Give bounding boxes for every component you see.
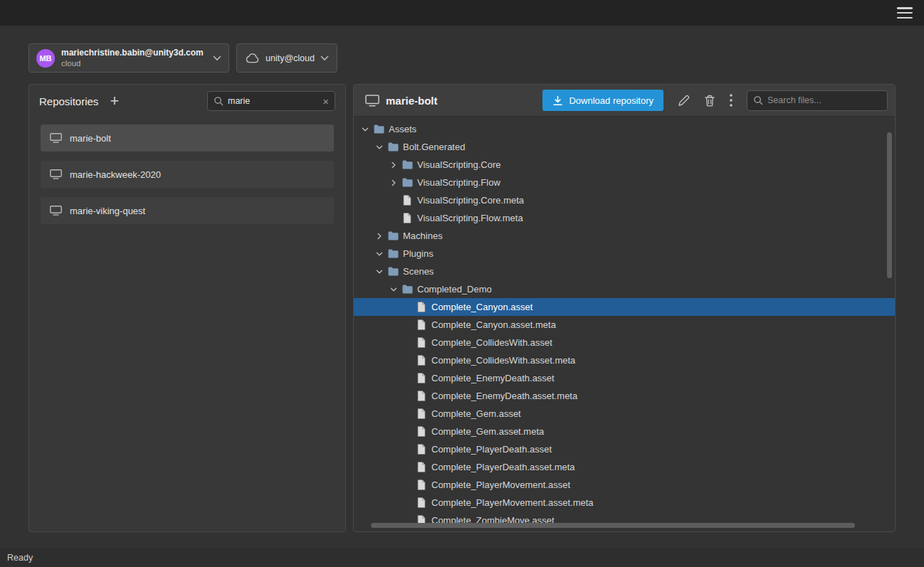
tree-folder-row[interactable]: Scenes xyxy=(354,263,895,280)
chevron-spacer xyxy=(402,408,414,420)
repo-name: marie-viking-quest xyxy=(70,206,145,216)
add-repository-button[interactable]: + xyxy=(110,93,119,109)
file-icon xyxy=(415,373,428,383)
file-icon xyxy=(415,355,428,366)
chevron-down-icon[interactable] xyxy=(359,124,371,135)
chevron-spacer xyxy=(402,444,414,455)
download-icon xyxy=(552,95,563,106)
folder-icon xyxy=(401,178,414,187)
chevron-spacer xyxy=(402,426,414,438)
hamburger-menu-icon[interactable] xyxy=(897,7,913,18)
chevron-down-icon[interactable] xyxy=(374,266,385,277)
tree-file-row[interactable]: Complete_CollidesWith.asset.meta xyxy=(354,351,895,369)
folder-icon xyxy=(401,160,414,169)
folder-icon xyxy=(387,249,399,258)
tree-folder-row[interactable]: VisualScripting.Flow xyxy=(354,174,895,191)
chevron-spacer xyxy=(402,497,414,509)
chevron-down-icon[interactable] xyxy=(388,284,399,295)
delete-icon[interactable] xyxy=(704,95,715,107)
organization-label: unity@cloud xyxy=(266,53,315,63)
tree-file-row[interactable]: VisualScripting.Flow.meta xyxy=(354,209,895,227)
folder-icon xyxy=(387,267,399,276)
tree-file-row[interactable]: Complete_Canyon.asset xyxy=(354,298,895,316)
repo-name: marie-hackweek-2020 xyxy=(70,169,161,180)
chevron-down-icon xyxy=(213,55,221,61)
tree-file-row[interactable]: Complete_EnemyDeath.asset xyxy=(354,369,895,387)
repository-detail-panel: marie-bolt Download repository AssetsBol… xyxy=(353,84,896,532)
tree-file-row[interactable]: Complete_PlayerMovement.asset.meta xyxy=(354,494,895,512)
tree-file-row[interactable]: VisualScripting.Core.meta xyxy=(354,191,895,209)
file-icon xyxy=(415,337,428,348)
clear-search-icon[interactable]: × xyxy=(322,95,329,107)
folder-icon xyxy=(387,231,399,240)
chevron-spacer xyxy=(388,195,399,206)
tree-file-row[interactable]: Complete_Gem.asset xyxy=(354,405,895,423)
tree-node-label: Complete_PlayerDeath.asset xyxy=(431,444,552,455)
tree-folder-row[interactable]: Completed_Demo xyxy=(354,280,895,298)
file-icon xyxy=(415,462,428,472)
tree-file-row[interactable]: Complete_Canyon.asset.meta xyxy=(354,316,895,334)
tree-node-label: VisualScripting.Core xyxy=(417,159,501,170)
download-label: Download repository xyxy=(569,95,653,106)
chevron-spacer xyxy=(388,213,399,224)
tree-folder-row[interactable]: Bolt.Generated xyxy=(354,138,895,156)
chevron-down-icon xyxy=(320,55,329,61)
organization-selector[interactable]: unity@cloud xyxy=(236,43,337,73)
tree-node-label: Machines xyxy=(403,230,443,241)
chevron-spacer xyxy=(402,373,414,384)
monitor-icon xyxy=(50,133,62,143)
tree-node-label: Complete_EnemyDeath.asset.meta xyxy=(431,391,577,401)
repo-list-item[interactable]: marie-viking-quest xyxy=(41,197,334,224)
repositories-panel-header: Repositories + × xyxy=(29,85,345,117)
file-icon xyxy=(401,213,414,223)
chevron-down-icon[interactable] xyxy=(374,248,385,260)
tree-file-row[interactable]: Complete_EnemyDeath.asset.meta xyxy=(354,387,895,405)
account-type: cloud xyxy=(61,58,213,68)
chevron-down-icon[interactable] xyxy=(374,142,385,153)
chevron-spacer xyxy=(402,302,414,313)
tree-file-row[interactable]: Complete_PlayerMovement.asset xyxy=(354,476,895,494)
folder-icon xyxy=(401,285,414,294)
tree-file-row[interactable]: Complete_PlayerDeath.asset xyxy=(354,440,895,458)
tree-folder-row[interactable]: Assets xyxy=(354,120,895,138)
vertical-scrollbar[interactable] xyxy=(887,132,892,278)
search-icon xyxy=(214,96,224,106)
file-icon xyxy=(415,408,428,419)
tree-node-label: Complete_PlayerDeath.asset.meta xyxy=(431,462,575,472)
tree-node-label: Assets xyxy=(389,124,416,134)
tree-folder-row[interactable]: VisualScripting.Core xyxy=(354,156,895,174)
tree-node-label: Complete_PlayerMovement.asset.meta xyxy=(431,497,594,508)
account-selector[interactable]: MB mariechristine.babin@unity3d.com clou… xyxy=(28,43,229,73)
tree-file-row[interactable]: Complete_CollidesWith.asset xyxy=(354,334,895,351)
repository-search-input[interactable] xyxy=(228,96,318,106)
tree-file-row[interactable]: Complete_PlayerDeath.asset.meta xyxy=(354,458,895,476)
file-search xyxy=(747,90,888,111)
repo-list-item[interactable]: marie-hackweek-2020 xyxy=(41,161,334,188)
chevron-spacer xyxy=(402,479,414,491)
tree-node-label: Complete_CollidesWith.asset.meta xyxy=(431,355,575,366)
file-icon xyxy=(415,302,428,312)
monitor-icon xyxy=(365,95,379,107)
tree-folder-row[interactable]: Machines xyxy=(354,227,895,245)
chevron-right-icon[interactable] xyxy=(388,159,399,171)
tree-node-label: Complete_Gem.asset.meta xyxy=(431,426,544,437)
chevron-right-icon[interactable] xyxy=(388,177,399,189)
tree-node-label: Complete_Canyon.asset xyxy=(431,302,532,312)
account-email: mariechristine.babin@unity3d.com xyxy=(61,48,213,58)
file-icon xyxy=(401,195,414,206)
tree-node-label: VisualScripting.Flow.meta xyxy=(417,213,523,223)
file-icon xyxy=(415,391,428,401)
file-icon xyxy=(415,426,428,437)
tree-file-row[interactable]: Complete_Gem.asset.meta xyxy=(354,423,895,440)
file-search-input[interactable] xyxy=(767,95,881,105)
tree-folder-row[interactable]: Plugins xyxy=(354,245,895,263)
account-texts: mariechristine.babin@unity3d.com cloud xyxy=(61,48,213,68)
horizontal-scrollbar[interactable] xyxy=(371,523,855,528)
download-repository-button[interactable]: Download repository xyxy=(542,90,663,111)
more-options-icon[interactable] xyxy=(730,94,733,107)
edit-icon[interactable] xyxy=(678,95,690,107)
chevron-right-icon[interactable] xyxy=(374,230,385,242)
tree-node-label: VisualScripting.Core.meta xyxy=(417,195,524,206)
repo-list-item[interactable]: marie-bolt xyxy=(41,124,334,152)
repo-name: marie-bolt xyxy=(70,133,111,144)
